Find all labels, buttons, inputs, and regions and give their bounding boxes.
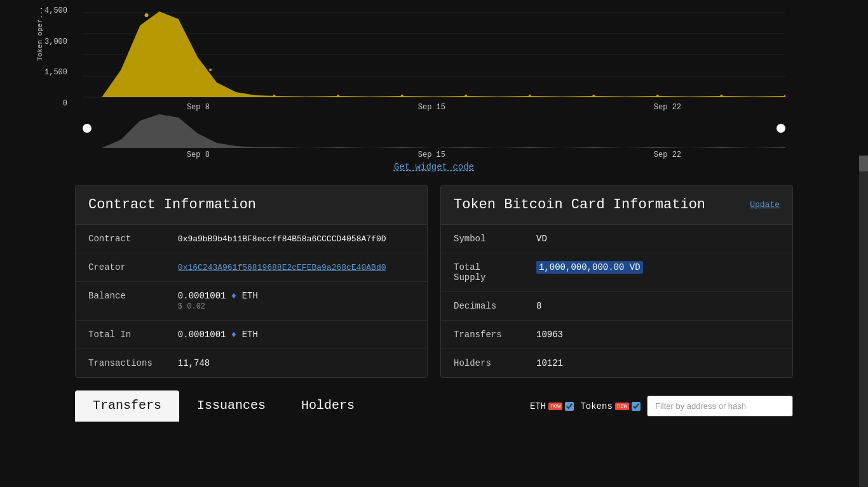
eth-icon: ♦	[231, 291, 236, 301]
symbol-label: Symbol	[441, 225, 524, 253]
symbol-value: VD	[524, 225, 792, 253]
contract-table: Contract 0x9a9bB9b4b11BF8eccff84B58a6CCC…	[76, 225, 427, 377]
balance-usd: $ 0.02	[178, 302, 414, 311]
update-link[interactable]: Update	[750, 200, 780, 210]
balance-label: Balance	[76, 282, 165, 321]
decimals-value: 8	[524, 292, 792, 321]
tabs-right: ETH new Tokens new	[530, 396, 793, 417]
token-panel-header: Token Bitcoin Card Information Update	[441, 185, 792, 225]
table-row: Contract 0x9a9bB9b4b11BF8eccff84B58a6CCC…	[76, 225, 427, 253]
transfers-label: Transfers	[441, 321, 524, 349]
tab-transfers[interactable]: Transfers	[75, 390, 179, 422]
eth-checkbox[interactable]	[565, 402, 574, 411]
info-panels: Contract Information Contract 0x9a9bB9b4…	[0, 185, 868, 390]
balance-value: 0.0001001 ♦ ETH $ 0.02	[165, 282, 427, 321]
widget-code-link[interactable]: Get widget code	[394, 162, 474, 172]
svg-point-6	[145, 13, 149, 17]
contract-hash: 0x9a9bB9b4b11BF8eccff84B58a6CCCCD4058A7f…	[165, 225, 427, 253]
contract-panel-header: Contract Information	[76, 185, 427, 225]
tabs-section: Transfers Issuances Holders ETH new Toke…	[0, 390, 868, 422]
svg-point-11	[465, 95, 467, 97]
table-row: Creator 0x16C243A961f56819688E2cEFEBa9a2…	[76, 253, 427, 282]
table-row: Total In 0.0001001 ♦ ETH	[76, 321, 427, 349]
svg-point-14	[656, 95, 659, 97]
y-labels: 4,500 3,000 1,500 0	[44, 6, 67, 108]
table-row: Holders 10121	[441, 349, 792, 378]
eth-badge-new: new	[548, 403, 562, 410]
svg-point-12	[529, 95, 531, 97]
transactions-value: 11,748	[165, 349, 427, 378]
tokens-filter-label: Tokens new	[580, 401, 641, 411]
tokens-checkbox[interactable]	[632, 402, 641, 411]
y-axis-label: Token oper...	[36, 6, 44, 61]
holders-value: 10121	[524, 349, 792, 378]
svg-point-9	[337, 95, 339, 97]
tabs-left: Transfers Issuances Holders	[75, 390, 372, 422]
chart-handles[interactable]	[83, 124, 785, 133]
token-panel: Token Bitcoin Card Information Update Sy…	[440, 185, 793, 378]
transfers-value: 10963	[524, 321, 792, 349]
table-row: Decimals 8	[441, 292, 792, 321]
chart-handle-right[interactable]	[776, 124, 785, 133]
eth-filter-label: ETH new	[530, 401, 574, 411]
svg-point-15	[720, 95, 722, 97]
tokens-badge-new: new	[615, 403, 629, 410]
main-chart-svg	[83, 6, 785, 102]
token-table: Symbol VD Total Supply 1,000,000,000.00 …	[441, 225, 792, 377]
svg-point-13	[592, 95, 595, 97]
contract-label: Contract	[76, 225, 165, 253]
svg-point-10	[401, 95, 403, 97]
table-row: Balance 0.0001001 ♦ ETH $ 0.02	[76, 282, 427, 321]
holders-label: Holders	[441, 349, 524, 378]
table-row: Total Supply 1,000,000,000.00 VD	[441, 253, 792, 292]
svg-point-8	[273, 95, 276, 97]
table-row: Transfers 10963	[441, 321, 792, 349]
total-supply-value: 1,000,000,000.00 VD	[524, 253, 792, 292]
tab-holders[interactable]: Holders	[283, 390, 372, 422]
total-in-value: 0.0001001 ♦ ETH	[165, 321, 427, 349]
tab-issuances[interactable]: Issuances	[179, 390, 283, 422]
main-chart: Token oper... 4,500 3,000 1,500 0	[83, 6, 785, 108]
transactions-label: Transactions	[76, 349, 165, 378]
token-panel-title: Token Bitcoin Card Information	[454, 197, 705, 213]
svg-point-7	[209, 69, 212, 71]
creator-value: 0x16C243A961f56819688E2cEFEBa9a268cE40AB…	[165, 253, 427, 282]
creator-label: Creator	[76, 253, 165, 282]
eth-icon-2: ♦	[231, 330, 236, 340]
svg-marker-5	[83, 11, 785, 97]
address-hash-filter-input[interactable]	[647, 396, 793, 417]
total-supply-highlight: 1,000,000,000.00 VD	[536, 261, 643, 274]
decimals-label: Decimals	[441, 292, 524, 321]
chart-handle-left[interactable]	[83, 124, 92, 133]
mini-x-labels: Sep 8 Sep 15 Sep 22	[83, 150, 785, 159]
contract-panel: Contract Information Contract 0x9a9bB9b4…	[75, 185, 428, 378]
table-row: Symbol VD	[441, 225, 792, 253]
total-supply-label: Total Supply	[441, 253, 524, 292]
total-in-label: Total In	[76, 321, 165, 349]
widget-link-section: Get widget code	[0, 156, 868, 185]
contract-panel-title: Contract Information	[88, 197, 256, 213]
mini-chart: Sep 8 Sep 15 Sep 22	[83, 111, 785, 156]
creator-link[interactable]: 0x16C243A961f56819688E2cEFEBa9a268cE40AB…	[178, 263, 386, 272]
chart-section: Token oper... 4,500 3,000 1,500 0	[0, 0, 868, 156]
table-row: Transactions 11,748	[76, 349, 427, 378]
